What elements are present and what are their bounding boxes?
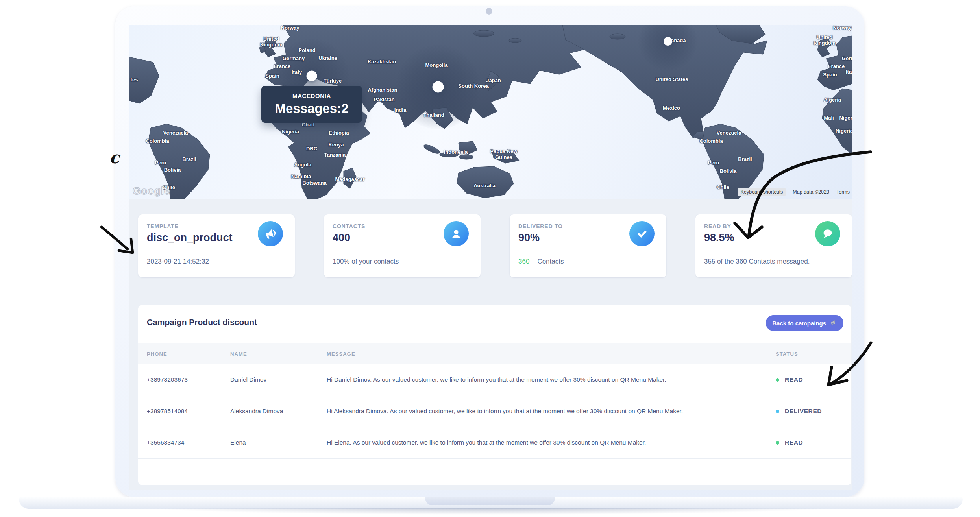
map-continents [129, 25, 852, 199]
map-country-label: Nigeria [836, 128, 852, 134]
laptop-camera-dot [486, 8, 492, 15]
laptop-shadow [43, 508, 937, 517]
map-country-label: Pakistan [374, 97, 394, 103]
read-card: READ BY 98.5% 355 of the 360 Contacts me… [695, 214, 852, 277]
map-tooltip: MACEDONIA Messages:2 [261, 86, 362, 123]
marketing-graphic: NorwayUnited KingdomPolandGermanyUkraine… [0, 0, 980, 517]
cell-message: Hi Daniel Dimov. As our valued customer,… [327, 376, 666, 383]
back-to-campaigns-button[interactable]: Back to campaings [766, 315, 843, 331]
chat-icon [815, 221, 840, 246]
megaphone-emoji [830, 319, 837, 327]
map-country-label: United Kingdom [259, 36, 284, 48]
map-country-label: Afghanistan [368, 87, 397, 93]
map-country-label: Tanzania [324, 152, 346, 158]
map-country-label: Colombia [699, 138, 723, 144]
map-country-label: Mali [824, 115, 834, 121]
map-country-label: Peru [155, 160, 166, 166]
campaign-panel: Campaign Product discount Back to campai… [138, 305, 851, 485]
tooltip-country: MACEDONIA [261, 92, 362, 99]
map-data-label: Map data ©2023 [793, 189, 829, 195]
cell-message: Hi Elena. As our valued customer, we lik… [327, 439, 646, 446]
cell-status: READ [776, 439, 803, 446]
google-logo[interactable]: Google [133, 185, 170, 197]
cell-phone: +38978514084 [147, 408, 188, 415]
keyboard-shortcuts-link[interactable]: Keyboard shortcuts [738, 188, 786, 196]
card-label: CONTACTS [333, 223, 365, 229]
card-sub: 360Contacts [518, 258, 564, 266]
dashboard-screen: NorwayUnited KingdomPolandGermanyUkraine… [129, 25, 852, 490]
map-country-label: Italy [846, 69, 852, 75]
template-card: TEMPLATE disc_on_product 2023-09-21 14:5… [138, 214, 295, 277]
table-header: PHONE NAME MESSAGE STATUS [138, 343, 851, 364]
cell-phone: +38978203673 [147, 376, 188, 383]
map-country-label: Spain [265, 73, 279, 79]
laptop-base-notch [425, 497, 555, 505]
map-country-label: Kenya [328, 142, 344, 148]
map-country-label: Namibia [291, 174, 311, 180]
contacts-card: CONTACTS 400 100% of your contacts [324, 214, 481, 277]
message-location-marker[interactable] [307, 71, 317, 81]
map-country-label: Thailand [423, 113, 444, 118]
delivered-count-label: Contacts [537, 258, 564, 265]
delivered-count: 360 [518, 258, 529, 265]
map-country-label: Mongolia [425, 63, 447, 68]
map-country-label: Colombia [146, 138, 169, 144]
card-sub: 100% of your contacts [333, 258, 399, 266]
card-value: disc_on_product [147, 232, 233, 244]
cell-status: DELIVERED [776, 408, 822, 415]
col-phone: PHONE [147, 351, 167, 357]
table-row[interactable]: +3556834734 Elena Hi Elena. As our value… [138, 427, 851, 459]
map-country-label: India [394, 107, 406, 113]
map-country-label: Italy [292, 70, 302, 76]
card-sub: 355 of the 360 Contacts messaged. [704, 258, 810, 266]
map-country-label: Türkiye [324, 78, 342, 84]
status-text: READ [785, 376, 803, 383]
card-value: 98.5% [704, 232, 734, 244]
card-value: 90% [518, 232, 540, 244]
cell-phone: +3556834734 [147, 439, 184, 446]
map-country-label: Ukraine [318, 55, 337, 61]
message-location-marker[interactable] [433, 81, 444, 93]
map-attribution: Keyboard shortcuts Map data ©2023 Terms [738, 188, 850, 196]
world-map[interactable]: NorwayUnited KingdomPolandGermanyUkraine… [129, 25, 852, 199]
campaign-title: Campaign Product discount [147, 318, 257, 327]
card-label: DELIVERED TO [518, 223, 563, 229]
map-country-label: Chile [717, 185, 729, 190]
map-country-label: DRC [306, 146, 317, 152]
table-row[interactable]: +38978203673 Daniel Dimov Hi Daniel Dimo… [138, 364, 851, 396]
map-country-label: Germany [283, 56, 305, 62]
status-text: DELIVERED [785, 408, 822, 415]
map-country-label: Poland [298, 48, 315, 54]
cell-name: Aleksandra Dimova [230, 408, 283, 415]
map-country-label: Norway [833, 25, 852, 31]
card-sub: 2023-09-21 14:52:32 [147, 258, 209, 266]
map-country-label: Brazil [182, 157, 196, 162]
col-status: STATUS [776, 351, 798, 357]
table-row[interactable]: +38978514084 Aleksandra Dimova Hi Aleksa… [138, 395, 851, 427]
map-country-label: France [828, 64, 845, 70]
map-country-label: United Kingdom [812, 35, 837, 46]
cell-message: Hi Aleksandra Dimova. As our valued cust… [327, 408, 683, 415]
status-dot [776, 441, 779, 445]
map-country-label: Algeria [824, 97, 841, 103]
map-country-label: Venezuela [163, 130, 188, 136]
map-country-label: Spain [823, 72, 837, 78]
back-to-campaigns-label: Back to campaings [772, 320, 826, 327]
cell-name: Elena [230, 439, 246, 446]
terms-link[interactable]: Terms [836, 189, 850, 195]
message-location-marker[interactable] [664, 37, 672, 46]
map-country-label: Nigeria [282, 129, 299, 135]
map-country-label: Ethiopia [329, 130, 349, 136]
map-country-label: Peru [708, 160, 719, 166]
map-country-label: South Korea [458, 83, 488, 89]
map-country-label: Japan [486, 78, 501, 84]
map-country-label: United States [655, 77, 688, 83]
status-text: READ [785, 439, 803, 446]
map-country-label: Angola [294, 162, 311, 168]
map-country-label: Bolivia [720, 168, 737, 174]
col-message: MESSAGE [327, 351, 355, 357]
map-country-label: Madagascar [335, 177, 364, 183]
status-dot [776, 410, 779, 413]
map-country-label: tes [131, 77, 138, 83]
card-label: TEMPLATE [147, 223, 179, 229]
